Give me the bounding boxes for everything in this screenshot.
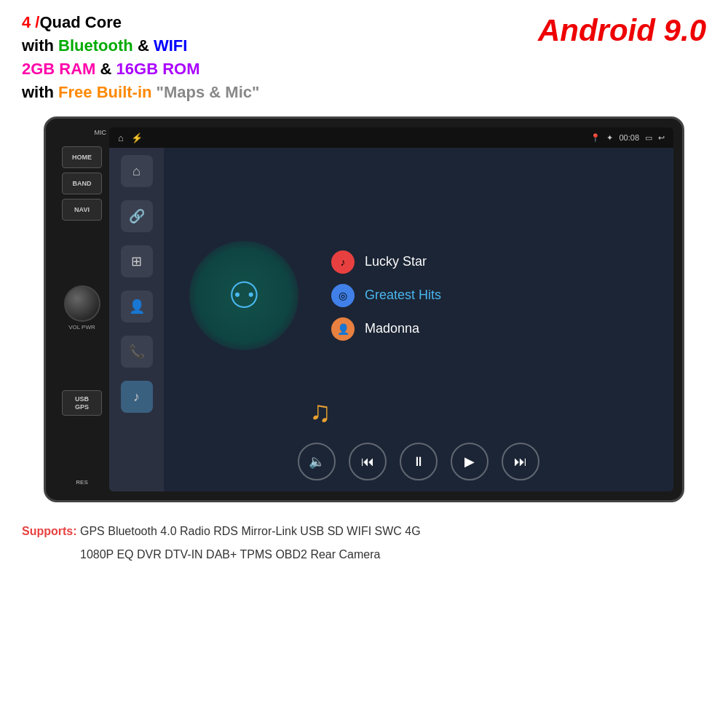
with-text: with	[22, 36, 58, 55]
clock: 00:08	[619, 133, 639, 142]
sidebar-phone-icon[interactable]: 📞	[121, 336, 153, 368]
music-player: ⚇ ♫ ♪ Lucky Star ◎ Gre	[164, 148, 673, 491]
ram-text: 2GB RAM	[22, 60, 95, 78]
band-button[interactable]: BAND	[62, 173, 102, 194]
rom-text: 16GB ROM	[116, 60, 200, 78]
gps-icon: 📍	[590, 133, 601, 143]
res-label: RES	[76, 479, 87, 486]
home-status-icon: ⌂	[118, 132, 124, 143]
mic-label: MIC	[95, 129, 107, 136]
playback-controls: 🔈 ⏮ ⏸ ▶ ⏭	[171, 435, 666, 484]
sidebar-user-icon[interactable]: 👤	[121, 290, 153, 323]
bluetooth-music-icon: ⚇	[228, 274, 261, 317]
track-name-1: Lucky Star	[365, 254, 427, 269]
track-item-1[interactable]: ♪ Lucky Star	[331, 250, 652, 274]
line-maps: with Free Built-in "Maps & Mic"	[22, 83, 259, 102]
wifi-text: WIFI	[154, 36, 187, 55]
supports-label: Supports:	[22, 525, 77, 537]
track-icon-2: ◎	[331, 284, 355, 307]
amp2: &	[95, 60, 116, 78]
sidebar-grid-icon[interactable]: ⊞	[121, 245, 153, 277]
music-circle: ⚇	[189, 241, 298, 350]
car-stereo-device: MIC HOME BAND NAVI VOL PWR USBGPS RES ⌂ …	[44, 116, 684, 502]
maps-text: "Maps & Mic"	[151, 83, 259, 101]
status-left-icons: ⌂ ⚡	[118, 132, 143, 143]
track-icon-3: 👤	[331, 317, 355, 341]
device-wrapper: MIC HOME BAND NAVI VOL PWR USBGPS RES ⌂ …	[0, 109, 728, 510]
knob-area: VOL PWR	[64, 285, 100, 331]
feature-list: 4 /Quad Core with Bluetooth & WIFI 2GB R…	[22, 13, 259, 102]
bottom-section: Supports: GPS Bluetooth 4.0 Radio RDS Mi…	[0, 510, 728, 574]
back-icon[interactable]: ↩	[658, 133, 665, 143]
music-note-icon: ♫	[309, 395, 331, 428]
left-panel: MIC HOME BAND NAVI VOL PWR USBGPS RES	[55, 127, 109, 491]
screen-content: ⌂ 🔗 ⊞ 👤 📞 ♪ ⚇ ♫	[109, 148, 673, 491]
line-core: 4 /Quad Core	[22, 13, 259, 32]
next-button[interactable]: ⏭	[502, 443, 539, 480]
supports-items-2: 1080P EQ DVR DTV-IN DAB+ TPMS OBD2 Rear …	[22, 548, 380, 561]
vol-pwr-label: VOL PWR	[68, 324, 95, 331]
volume-knob[interactable]	[64, 285, 100, 322]
status-bar: ⌂ ⚡ 📍 ✦ 00:08 ▭ ↩	[109, 127, 673, 148]
sidebar-link-icon[interactable]: 🔗	[121, 200, 153, 232]
track-list: ♪ Lucky Star ◎ Greatest Hits 👤 Madonna	[317, 155, 666, 435]
with2-text: with	[22, 83, 58, 101]
volume-button[interactable]: 🔈	[298, 443, 336, 480]
music-area: ⚇ ♫ ♪ Lucky Star ◎ Gre	[171, 155, 666, 435]
status-right-icons: 📍 ✦ 00:08 ▭ ↩	[590, 133, 665, 143]
line-memory: 2GB RAM & 16GB ROM	[22, 60, 259, 79]
supports-line-1: Supports: GPS Bluetooth 4.0 Radio RDS Mi…	[22, 520, 706, 543]
line-connectivity: with Bluetooth & WIFI	[22, 36, 259, 55]
core-number: 4 /	[22, 13, 39, 31]
track-name-2: Greatest Hits	[365, 288, 441, 303]
play-button[interactable]: ▶	[451, 443, 488, 480]
track-item-2[interactable]: ◎ Greatest Hits	[331, 284, 652, 307]
bluetooth-text: Bluetooth	[58, 36, 133, 55]
supports-items-1: GPS Bluetooth 4.0 Radio RDS Mirror-Link …	[80, 525, 421, 537]
pause-button[interactable]: ⏸	[400, 443, 438, 480]
track-name-3: Madonna	[365, 321, 419, 336]
track-icon-1: ♪	[331, 250, 355, 274]
navi-button[interactable]: NAVI	[62, 199, 102, 221]
music-visual: ⚇ ♫	[171, 155, 317, 435]
sidebar-home-icon[interactable]: ⌂	[121, 155, 153, 187]
core-text: Quad Core	[39, 13, 121, 31]
supports-line-2: 1080P EQ DVR DTV-IN DAB+ TPMS OBD2 Rear …	[22, 543, 706, 566]
amp1: &	[133, 36, 154, 55]
battery-icon: ▭	[645, 133, 652, 143]
bluetooth-status-icon: ✦	[606, 133, 613, 143]
usb-status-icon: ⚡	[131, 132, 143, 143]
prev-button[interactable]: ⏮	[349, 443, 387, 480]
free-text: Free Built-in	[58, 83, 151, 101]
usb-gps-button[interactable]: USBGPS	[62, 390, 102, 416]
home-button[interactable]: HOME	[62, 146, 102, 168]
app-sidebar: ⌂ 🔗 ⊞ 👤 📞 ♪	[109, 148, 164, 491]
hardware-buttons: HOME BAND NAVI	[62, 146, 102, 221]
android-version: Android 9.0	[538, 13, 706, 48]
top-section: 4 /Quad Core with Bluetooth & WIFI 2GB R…	[0, 0, 728, 109]
track-item-3[interactable]: 👤 Madonna	[331, 317, 652, 341]
sidebar-music-icon[interactable]: ♪	[121, 381, 153, 413]
screen: ⌂ ⚡ 📍 ✦ 00:08 ▭ ↩ ⌂ 🔗 ⊞ 👤	[109, 127, 673, 491]
